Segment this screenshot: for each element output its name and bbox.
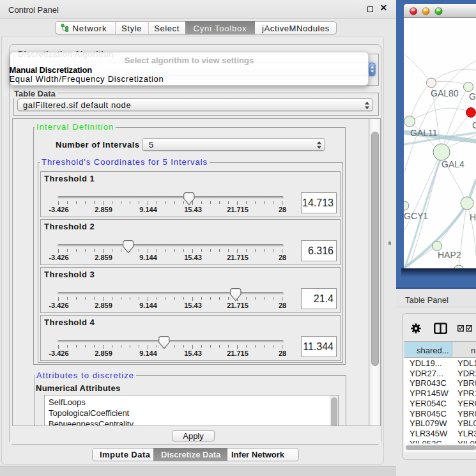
svg-text:HI: HI (470, 212, 476, 222)
svg-text:HAP2: HAP2 (438, 250, 461, 260)
svg-text:GAL: GAL (469, 91, 476, 102)
svg-text:GCY1: GCY1 (404, 211, 428, 221)
svg-text:GAL4: GAL4 (441, 159, 464, 169)
svg-text:GAL80: GAL80 (431, 88, 459, 98)
svg-text:CY: CY (472, 120, 476, 130)
svg-text:GAL11: GAL11 (410, 128, 438, 138)
